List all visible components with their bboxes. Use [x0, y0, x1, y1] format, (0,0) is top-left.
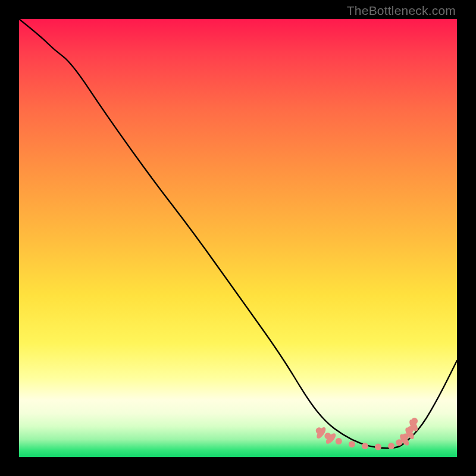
chart-frame: TheBottleneck.com: [0, 0, 476, 476]
salmon-dot: [375, 444, 381, 450]
salmon-dot: [362, 443, 368, 449]
plot-area: [19, 19, 457, 457]
watermark-text: TheBottleneck.com: [347, 4, 456, 18]
bottleneck-curve-line: [19, 19, 457, 448]
salmon-dot: [336, 438, 342, 444]
salmon-dot: [388, 443, 394, 449]
salmon-dots-group: [315, 418, 419, 450]
curve-svg: [19, 19, 457, 457]
salmon-dot: [349, 441, 355, 447]
